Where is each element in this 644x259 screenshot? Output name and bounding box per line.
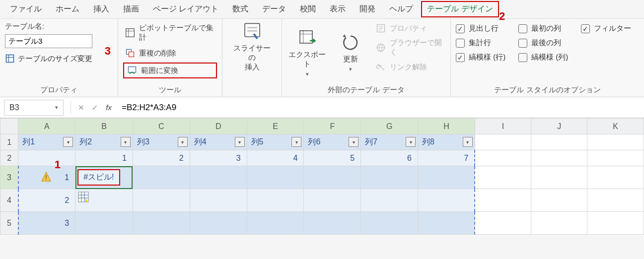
cell-H2[interactable]: 7	[418, 150, 475, 166]
warning-icon[interactable]: !	[41, 171, 52, 182]
table-header-cell[interactable]: 列1▾	[18, 134, 75, 150]
summarize-pivot-button[interactable]: ピボットテーブルで集計	[123, 22, 217, 44]
export-button[interactable]: エクスポート ▾	[287, 22, 327, 83]
cell[interactable]	[247, 189, 304, 212]
cell[interactable]	[475, 134, 531, 150]
cell[interactable]	[247, 212, 304, 235]
remove-duplicates-button[interactable]: 重複の削除	[123, 47, 217, 60]
table-header-cell[interactable]: 列2▾	[75, 134, 133, 150]
cell-A5[interactable]: 3	[18, 212, 75, 235]
check-header-row[interactable]: 見出し行	[456, 24, 505, 33]
cell-E2[interactable]: 4	[247, 150, 304, 166]
cell[interactable]	[361, 189, 418, 212]
cell[interactable]	[418, 166, 475, 189]
cell[interactable]	[418, 189, 475, 212]
cell[interactable]	[75, 212, 133, 235]
cell[interactable]	[304, 189, 361, 212]
menu-page-layout[interactable]: ページ レイアウト	[147, 1, 224, 17]
insert-function-button[interactable]: fx	[102, 103, 116, 112]
menu-home[interactable]: ホーム	[50, 1, 85, 17]
row-header-3[interactable]: 3	[0, 166, 18, 189]
cell[interactable]	[587, 150, 644, 166]
cell[interactable]	[304, 212, 361, 235]
refresh-button[interactable]: 更新 ▾	[330, 22, 370, 83]
insert-slicer-button[interactable]: スライサーの挿入	[230, 22, 274, 72]
col-header-D[interactable]: D	[190, 119, 247, 134]
check-filter-button[interactable]: フィルター	[581, 24, 631, 33]
col-header-C[interactable]: C	[133, 119, 190, 134]
cell[interactable]	[304, 166, 361, 189]
table-name-input[interactable]	[5, 34, 92, 48]
col-header-F[interactable]: F	[304, 119, 361, 134]
filter-dropdown-button[interactable]: ▾	[291, 137, 301, 147]
cell[interactable]	[587, 212, 644, 235]
cell[interactable]	[475, 212, 531, 235]
filter-dropdown-button[interactable]: ▾	[349, 137, 358, 147]
menu-view[interactable]: 表示	[324, 1, 352, 17]
cell-G2[interactable]: 6	[361, 150, 418, 166]
resize-table-button[interactable]: テーブルのサイズ変更	[5, 54, 113, 64]
menu-data[interactable]: データ	[256, 1, 292, 17]
col-header-E[interactable]: E	[247, 119, 304, 134]
cell-B4[interactable]	[75, 189, 133, 212]
menu-help[interactable]: ヘルプ	[383, 1, 419, 17]
check-banded-cols[interactable]: 縞模様 (列)	[518, 53, 568, 62]
cell[interactable]	[133, 189, 190, 212]
table-header-cell[interactable]: 列5▾	[247, 134, 304, 150]
cell[interactable]	[361, 212, 418, 235]
col-header-B[interactable]: B	[75, 119, 133, 134]
cell[interactable]	[587, 189, 644, 212]
cell[interactable]	[475, 150, 531, 166]
col-header-I[interactable]: I	[475, 119, 531, 134]
cell-A4[interactable]: 2	[18, 189, 75, 212]
col-header-K[interactable]: K	[587, 119, 644, 134]
chevron-down-icon[interactable]: ▾	[55, 104, 58, 111]
cell[interactable]	[190, 212, 247, 235]
menu-developer[interactable]: 開発	[354, 1, 381, 17]
menu-table-design[interactable]: テーブル デザイン	[421, 1, 499, 17]
cell[interactable]	[587, 134, 644, 150]
name-box[interactable]: B3 ▾	[4, 100, 64, 116]
col-header-A[interactable]: A	[18, 119, 75, 134]
cell[interactable]	[475, 189, 531, 212]
cell[interactable]	[531, 189, 587, 212]
filter-dropdown-button[interactable]: ▾	[121, 137, 131, 147]
enter-formula-button[interactable]: ✓	[88, 103, 102, 112]
cell[interactable]	[418, 212, 475, 235]
cell[interactable]	[475, 166, 531, 189]
filter-dropdown-button[interactable]: ▾	[235, 137, 245, 147]
col-header-J[interactable]: J	[531, 119, 587, 134]
cell-B3-active[interactable]: #スピル!	[75, 166, 133, 189]
cell[interactable]	[531, 150, 587, 166]
check-first-col[interactable]: 最初の列	[518, 24, 568, 33]
cell-D2[interactable]: 3	[190, 150, 247, 166]
cell[interactable]	[531, 212, 587, 235]
table-header-cell[interactable]: 列3▾	[133, 134, 190, 150]
cell-C2[interactable]: 2	[133, 150, 190, 166]
cell[interactable]	[361, 166, 418, 189]
table-header-cell[interactable]: 列7▾	[361, 134, 418, 150]
row-header-1[interactable]: 1	[0, 134, 18, 150]
menu-formulas[interactable]: 数式	[226, 1, 254, 17]
col-header-G[interactable]: G	[361, 119, 418, 134]
col-header-H[interactable]: H	[418, 119, 475, 134]
cell[interactable]	[133, 212, 190, 235]
check-last-col[interactable]: 最後の列	[518, 38, 568, 48]
cell[interactable]	[190, 189, 247, 212]
filter-dropdown-button[interactable]: ▾	[406, 137, 416, 147]
cell[interactable]	[247, 166, 304, 189]
cell[interactable]	[190, 166, 247, 189]
convert-to-range-button[interactable]: 範囲に変換	[123, 63, 217, 78]
cell-A2[interactable]	[18, 150, 75, 166]
check-total-row[interactable]: 集計行	[456, 38, 505, 48]
filter-dropdown-button[interactable]: ▾	[463, 137, 473, 147]
cancel-formula-button[interactable]: ✕	[74, 103, 88, 112]
row-header-4[interactable]: 4	[0, 189, 18, 212]
cell[interactable]	[133, 166, 190, 189]
table-header-cell[interactable]: 列6▾	[304, 134, 361, 150]
select-all-corner[interactable]	[0, 119, 18, 134]
filter-dropdown-button[interactable]: ▾	[63, 137, 73, 147]
autocorrect-options-icon[interactable]	[77, 191, 89, 203]
menu-draw[interactable]: 描画	[117, 1, 145, 17]
cell-B2[interactable]: 1	[75, 150, 133, 166]
